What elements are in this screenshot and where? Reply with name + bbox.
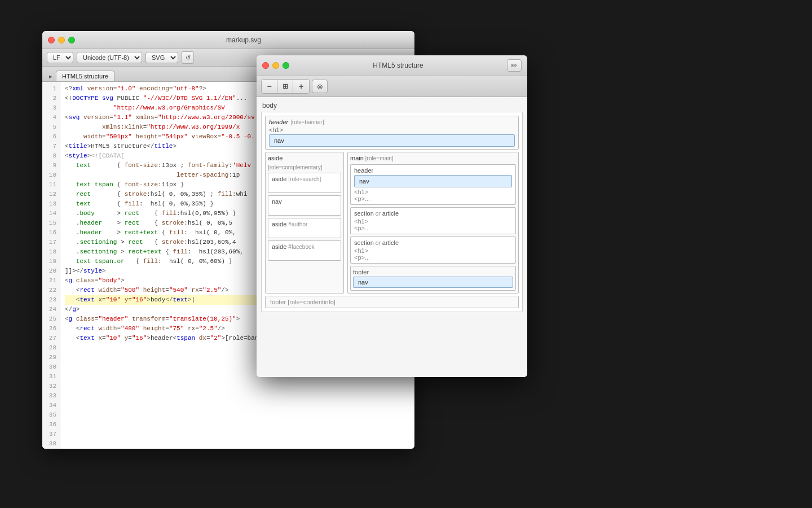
main-section-2: section or article <h1> <p>...: [350, 237, 516, 264]
section2-label: section: [354, 239, 374, 246]
structure-window: HTML5 structure ✏ − ⊞ + ⊗ body header [r…: [257, 55, 527, 377]
line-ending-select[interactable]: LF: [47, 52, 73, 63]
aside-role: [role=complementary]: [268, 164, 341, 170]
encoding-select[interactable]: Unicode (UTF-8): [77, 52, 142, 63]
structure-maximize-button[interactable]: [283, 62, 289, 69]
section2-or: or: [376, 240, 381, 246]
main-col: main [role=main] header nav <h1> <p>... …: [347, 152, 519, 294]
body-box: header [role=banner] <h1> nav aside [rol…: [261, 112, 523, 312]
section1-h1: <h1>: [354, 218, 512, 225]
main-title: main: [350, 155, 364, 161]
header-nav-highlight: nav: [269, 134, 515, 147]
header-h1-label: <h1>: [269, 125, 515, 134]
refresh-button[interactable]: ↺: [182, 51, 194, 64]
body-label: body: [261, 102, 523, 110]
section1-label: section: [354, 210, 374, 217]
main-footer-box: footer nav: [350, 266, 516, 291]
aside-search-role: [role=search]: [288, 176, 321, 182]
structure-toolbar: − ⊞ + ⊗: [257, 76, 527, 97]
footer-bar: footer [role=contentinfo]: [265, 296, 519, 308]
header-role-label: [role=banner]: [290, 119, 324, 125]
close-button[interactable]: [48, 37, 55, 43]
aside-main-row: aside [role=complementary] aside [role=s…: [265, 152, 519, 294]
structure-minimize-button[interactable]: [272, 62, 279, 69]
main-header-title: header: [354, 167, 512, 174]
main-footer-title: footer: [353, 269, 513, 275]
syntax-select[interactable]: SVG: [145, 52, 178, 63]
header-banner-box: header [role=banner] <h1> nav: [265, 116, 519, 150]
section2-p: <p>...: [354, 254, 512, 261]
editor-window-title: markup.svg: [78, 36, 409, 44]
zoom-fit-button[interactable]: ⊞: [277, 80, 293, 93]
aside-nav-label: nav: [272, 198, 282, 205]
main-footer-nav: nav: [353, 277, 513, 288]
structure-close-button[interactable]: [262, 62, 269, 69]
structure-window-title: HTML5 structure: [289, 62, 507, 69]
main-header-h1: <h1>: [354, 189, 512, 195]
minimize-button[interactable]: [58, 37, 65, 43]
main-role: [role=main]: [365, 155, 394, 161]
aside-item-author: aside #author: [268, 218, 341, 238]
aside-facebook-label: aside #facebook: [272, 243, 337, 250]
aside-search-label: aside: [272, 176, 286, 182]
aside-author-label: aside #author: [272, 221, 337, 227]
main-header-nav: nav: [354, 175, 512, 187]
structure-edit-button[interactable]: ✏: [507, 59, 522, 72]
structure-traffic-lights: [262, 62, 289, 69]
line-numbers: 12345 678910 1112131415 1617181920 21222…: [42, 82, 60, 449]
aside-item-facebook: aside #facebook: [268, 240, 341, 261]
section2-h1: <h1>: [354, 247, 512, 254]
main-header-box: header nav <h1> <p>...: [350, 164, 516, 205]
section1-p: <p>...: [354, 225, 512, 231]
zoom-in-button[interactable]: +: [293, 80, 309, 93]
aside-item-search: aside [role=search]: [268, 173, 341, 193]
editor-titlebar: markup.svg: [42, 31, 414, 49]
structure-titlebar: HTML5 structure ✏: [257, 55, 527, 76]
section1-article: article: [382, 210, 399, 217]
section2-article: article: [382, 239, 399, 246]
zoom-reset-button[interactable]: ⊗: [312, 80, 328, 93]
main-header-p: <p>...: [354, 195, 512, 202]
zoom-out-button[interactable]: −: [262, 80, 277, 93]
aside-title: aside: [268, 155, 283, 161]
maximize-button[interactable]: [68, 37, 75, 43]
aside-item-nav: nav: [268, 195, 341, 216]
traffic-lights: [48, 37, 75, 43]
aside-col: aside [role=complementary] aside [role=s…: [265, 152, 344, 294]
footer-bar-role: [role=contentinfo]: [288, 299, 336, 305]
header-tag-label: header: [269, 119, 288, 125]
main-section-1: section or article <h1> <p>...: [350, 207, 516, 234]
footer-bar-label: footer: [270, 299, 286, 305]
tab-scroll-left[interactable]: ▸: [47, 72, 55, 81]
zoom-controls: − ⊞ +: [261, 79, 310, 94]
section1-or: or: [376, 211, 381, 217]
structure-content: body header [role=banner] <h1> nav aside: [257, 97, 527, 377]
tab-html5-structure[interactable]: HTML5 structure: [56, 71, 114, 81]
